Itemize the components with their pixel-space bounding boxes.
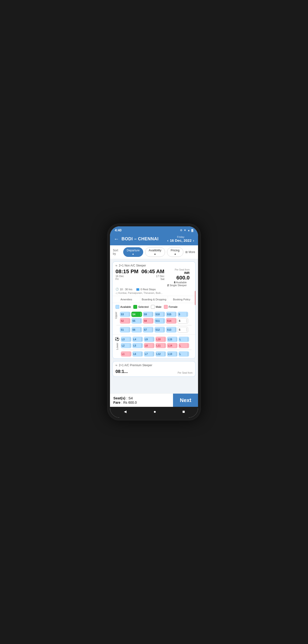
upper-row-2: S2 S5 S8 S11 S14 S <box>120 318 194 324</box>
seat-S13[interactable]: S13 <box>166 327 177 332</box>
seat-S14[interactable]: S14 <box>166 318 177 324</box>
nav-back-button[interactable]: ◄ <box>123 409 127 414</box>
next-button[interactable]: Next <box>173 394 198 407</box>
bus2-type-icon: ≈ <box>115 363 117 367</box>
legend-selected-label: Selected <box>138 306 148 308</box>
settings-icon: ⚙ <box>180 229 182 232</box>
tab-boarding[interactable]: Boarding & Dropping <box>140 296 168 303</box>
day-label: Friday <box>177 236 185 238</box>
clock-icon: 🕐 <box>115 288 119 291</box>
seat-L4[interactable]: L4 <box>132 337 143 342</box>
bus-card-2-partial: ≈ 2+1 A/C Premium Sleeper 08:1... Per Se… <box>112 361 196 377</box>
signal-icon: ▲ <box>188 229 190 232</box>
seat-L-upper-r2[interactable]: L <box>179 343 189 348</box>
departure-date: 16 Dec Fri <box>115 275 138 280</box>
seat-S4-selected[interactable]: S4 <box>131 312 142 317</box>
next-date-button[interactable]: › <box>193 238 194 242</box>
football-icon: ⚽ <box>115 337 120 341</box>
seat-S10[interactable]: S10 <box>155 312 165 317</box>
per-seat-label: Per Seat from <box>167 268 190 271</box>
bus-type-header: ≈ 2+1 Non A/C Sleeper <box>113 262 195 268</box>
seat-S9[interactable]: S9 <box>143 312 153 317</box>
inr-label: INR <box>167 271 190 275</box>
colon-1: : <box>126 396 128 400</box>
seat-L13[interactable]: L13 <box>167 351 178 356</box>
seat-L5[interactable]: L5 <box>132 343 143 348</box>
route-stops: ◁ Kombai, Pannaipuram, Thevaram, Bodi... <box>113 292 195 296</box>
seat-L12[interactable]: L12 <box>156 351 166 356</box>
legend-female-box <box>164 305 168 309</box>
single-sleeper: 2 Single Sleeper <box>167 284 190 287</box>
seat-S11[interactable]: S11 <box>155 318 165 324</box>
seat-S12[interactable]: S12 <box>155 327 165 332</box>
seat-S6[interactable]: S6 <box>131 327 142 332</box>
lower-berth-section: ⚽ Lower L3 L4 L9 L10 L15 L <box>113 334 195 358</box>
lower-label: Lower <box>116 343 119 350</box>
sort-departure-button[interactable]: Departure ▴ <box>123 247 143 257</box>
more-label: More <box>189 250 195 254</box>
seat-S5[interactable]: S5 <box>131 318 142 324</box>
legend-male-label: Male <box>156 306 162 308</box>
more-filters-button[interactable]: ⊞ More <box>185 250 195 254</box>
seat-S8[interactable]: S8 <box>143 318 153 324</box>
seat-L1[interactable]: L1 <box>121 351 131 356</box>
journey-info: 🕐 10 : 30 hrs 👥 0 Rest Stops <box>113 287 195 292</box>
wifi-icon: ▼ <box>184 229 186 232</box>
legend-available-box <box>115 305 119 309</box>
arrival-date: 17 Dec Sat <box>141 275 164 280</box>
seat-L2[interactable]: L2 <box>121 343 131 348</box>
seat-S3[interactable]: S3 <box>120 312 130 317</box>
lower-single-row: S1 S6 S7 S12 S13 S <box>120 327 194 332</box>
upper-label: Upper <box>114 312 119 320</box>
duration: 10 : 30 hrs <box>120 288 132 291</box>
seat-S-upper-r1[interactable]: S <box>178 312 188 317</box>
seat-S15[interactable]: S15 <box>166 312 177 317</box>
seat-L14[interactable]: L14 <box>167 343 178 348</box>
upper-berth-section: Upper S3 S4 S9 S10 S15 S <box>113 311 195 334</box>
seat-L11[interactable]: L11 <box>156 343 166 348</box>
nav-home-button[interactable]: ● <box>153 409 156 414</box>
seat-L10[interactable]: L10 <box>156 337 166 342</box>
lower-single-l-row: L1 L6 L7 L12 L13 L <box>121 351 194 356</box>
status-bar: 4:40 ⚙ ▼ ▲ ▓ <box>110 226 198 234</box>
seat-L-upper-r1[interactable]: L <box>179 337 189 342</box>
seat-S-upper-r2[interactable]: S <box>178 318 188 324</box>
tab-amenities[interactable]: Amenities <box>113 296 140 303</box>
legend-row: Available Selected Male Female <box>113 303 195 311</box>
filter-icon: ⊞ <box>185 250 188 254</box>
seat-L7[interactable]: L7 <box>144 351 155 356</box>
sort-pricing-button[interactable]: Pricing ▴ <box>167 247 183 257</box>
sort-availability-button[interactable]: Availibility ▴ <box>145 247 165 257</box>
location-icon: ◁ <box>115 292 117 294</box>
status-icons: ⚙ ▼ ▲ ▓ <box>180 229 193 232</box>
tab-booking-policy[interactable]: Booking Policy <box>168 296 195 303</box>
bus2-per-seat: Per Seat from <box>178 372 193 374</box>
seat-S-single[interactable]: S <box>178 327 188 332</box>
fare-value: Rs 600.0 <box>123 400 137 404</box>
card-tabs: Amenities Boarding & Dropping Booking Po… <box>113 296 195 303</box>
seat-L8[interactable]: L8 <box>144 343 155 348</box>
seat-L9[interactable]: L9 <box>144 337 155 342</box>
legend-female-label: Female <box>169 306 178 308</box>
bus2-dep-time: 08:1... <box>115 369 128 374</box>
seat-S7[interactable]: S7 <box>143 327 153 332</box>
arrival-time: 06:45 AM <box>141 268 164 275</box>
prev-date-button[interactable]: ‹ <box>167 238 169 242</box>
seat-L3[interactable]: L3 <box>121 337 131 342</box>
battery-icon: ▓ <box>191 229 193 232</box>
nav-recent-button[interactable]: ■ <box>182 409 185 414</box>
back-button[interactable]: ← <box>114 236 119 242</box>
current-date: 16 Dec, 2022 <box>170 238 192 242</box>
upper-lower-divider <box>116 325 192 325</box>
lower-row-2: L2 L5 L8 L11 L14 L <box>121 343 194 348</box>
seat-L6[interactable]: L6 <box>132 351 143 356</box>
bottom-bar: Seat(s) : S4 Fare : Rs 600.0 Next <box>110 393 198 407</box>
stop-icon: 👥 <box>136 288 139 291</box>
seat-S1[interactable]: S1 <box>120 327 130 332</box>
seat-L-single[interactable]: L <box>179 351 189 356</box>
bus-list: ≈ 2+1 Non A/C Sleeper 08:15 PM 16 Dec Fr… <box>110 259 198 393</box>
seat-L15[interactable]: L15 <box>167 337 178 342</box>
seat-S2[interactable]: S2 <box>120 318 130 324</box>
bus-type-icon: ≈ <box>115 264 117 268</box>
header: ← BODI – CHENNAI Friday ‹ 16 Dec, 2022 › <box>110 234 198 245</box>
